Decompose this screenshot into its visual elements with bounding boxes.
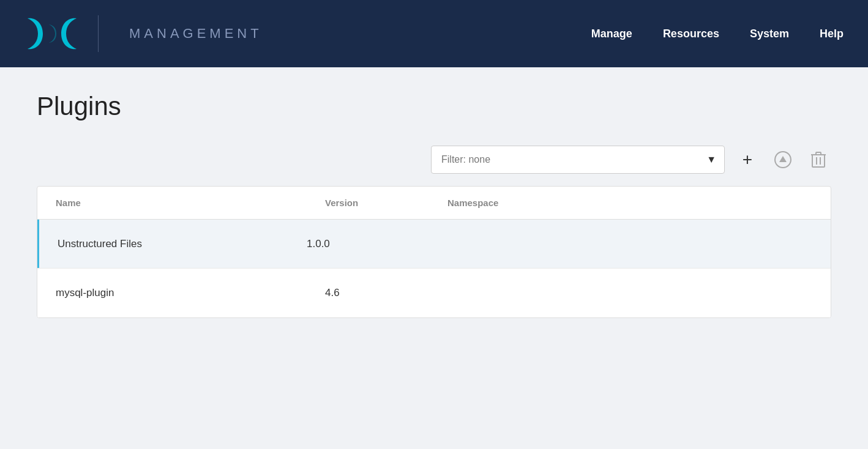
delete-button[interactable] <box>806 147 831 173</box>
row-version: 4.6 <box>325 287 447 299</box>
table-row[interactable]: mysql-plugin 4.6 <box>37 269 831 317</box>
add-button[interactable]: + <box>735 147 760 173</box>
nav-links: Manage Resources System Help <box>591 28 844 40</box>
nav-link-system[interactable]: System <box>750 28 789 40</box>
plugins-table: Name Version Namespace Unstructured File… <box>37 186 831 318</box>
toolbar: ▼ + <box>37 146 831 174</box>
nav-link-resources[interactable]: Resources <box>663 28 719 40</box>
svg-rect-6 <box>816 152 821 155</box>
nav-link-manage[interactable]: Manage <box>591 28 632 40</box>
svg-rect-2 <box>812 155 825 167</box>
filter-input[interactable] <box>431 146 725 174</box>
delete-icon <box>811 151 826 168</box>
main-content: Plugins ▼ + Name Versio <box>0 67 868 343</box>
logo-area: MANAGEMENT <box>24 12 263 55</box>
navbar: MANAGEMENT Manage Resources System Help <box>0 0 868 67</box>
page-title: Plugins <box>37 92 831 121</box>
svg-marker-1 <box>779 156 787 162</box>
upload-icon <box>774 151 791 168</box>
row-name: mysql-plugin <box>56 287 114 299</box>
filter-wrap: ▼ <box>431 146 725 174</box>
nav-link-help[interactable]: Help <box>820 28 844 40</box>
col-header-name: Name <box>56 198 325 208</box>
table-header: Name Version Namespace <box>37 187 831 220</box>
upload-button[interactable] <box>770 147 796 173</box>
name-cell-wrap: Unstructured Files <box>37 220 307 268</box>
row-name: Unstructured Files <box>58 238 142 250</box>
row-version: 1.0.0 <box>307 238 429 250</box>
name-cell-wrap: mysql-plugin <box>56 269 325 317</box>
filter-icon: ▼ <box>706 154 716 165</box>
col-header-namespace: Namespace <box>447 198 812 208</box>
table-row[interactable]: Unstructured Files 1.0.0 <box>37 220 831 269</box>
col-header-version: Version <box>325 198 447 208</box>
nav-brand: MANAGEMENT <box>129 26 263 42</box>
nav-divider <box>98 15 99 52</box>
logo-icon <box>24 12 80 55</box>
